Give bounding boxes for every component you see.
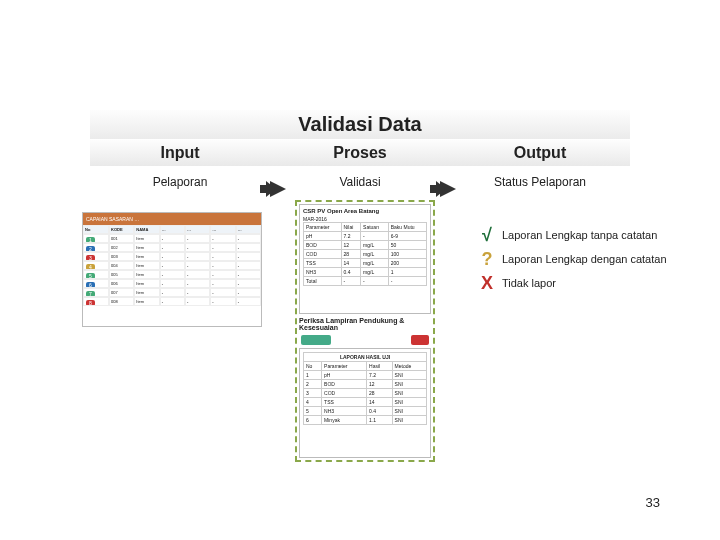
process-sheet-bottom: LAPORAN HASIL UJI NoParameterHasilMetode…	[299, 348, 431, 458]
legend-bad-label: Tidak lapor	[502, 277, 556, 289]
process-sheet-top: CSR PV Open Area Batang MAR-2016 Paramet…	[299, 204, 431, 314]
process-dashed-box: CSR PV Open Area Batang MAR-2016 Paramet…	[295, 200, 435, 462]
process-sheet-top-title: CSR PV Open Area Batang	[303, 208, 427, 214]
sub-output: Status Pelaporan	[450, 175, 630, 189]
check-icon: √	[478, 226, 496, 244]
kan-logo-icon	[411, 335, 429, 345]
process-sheet-bottom-table: LAPORAN HASIL UJI NoParameterHasilMetode…	[303, 352, 427, 425]
col-input-header: Input	[90, 140, 270, 166]
legend-q-label: Laporan Lengkap dengan catatan	[502, 253, 667, 265]
input-screenshot-grid: NoKODENAMA………… 1001Item---- 2002Item----…	[83, 225, 261, 306]
process-logo-row	[299, 334, 431, 346]
page-number: 33	[646, 495, 660, 510]
cross-icon: X	[478, 274, 496, 292]
arrow-input-to-process	[270, 181, 286, 197]
legend-row-complete: √ Laporan Lengkap tanpa catatan	[478, 226, 667, 244]
input-screenshot-ribbon: CAPAIAN SASARAN …	[83, 213, 261, 225]
column-sublabels: Pelaporan Validasi Status Pelaporan	[90, 175, 630, 189]
status-legend: √ Laporan Lengkap tanpa catatan ? Lapora…	[478, 220, 667, 298]
legend-row-noreport: X Tidak lapor	[478, 274, 667, 292]
slide-title: Validasi Data	[90, 110, 630, 139]
arrow-process-to-output	[440, 181, 456, 197]
input-screenshot: CAPAIAN SASARAN … NoKODENAMA………… 1001Ite…	[82, 212, 262, 327]
legend-row-withnotes: ? Laporan Lengkap dengan catatan	[478, 250, 667, 268]
process-caption: Periksa Lampiran Pendukung & Kesesuaian	[299, 317, 431, 331]
legend-ok-label: Laporan Lengkap tanpa catatan	[502, 229, 657, 241]
question-icon: ?	[478, 250, 496, 268]
syslab-logo-icon	[301, 335, 331, 345]
process-sheet-top-table: ParameterNilaiSatuanBaku Mutu pH7.2-6-9 …	[303, 222, 427, 286]
col-process-header: Proses	[270, 140, 450, 166]
slide: Validasi Data Input Proses Output Pelapo…	[0, 0, 720, 540]
column-header-bar: Input Proses Output	[90, 140, 630, 166]
col-output-header: Output	[450, 140, 630, 166]
sub-input: Pelaporan	[90, 175, 270, 189]
sub-process: Validasi	[270, 175, 450, 189]
